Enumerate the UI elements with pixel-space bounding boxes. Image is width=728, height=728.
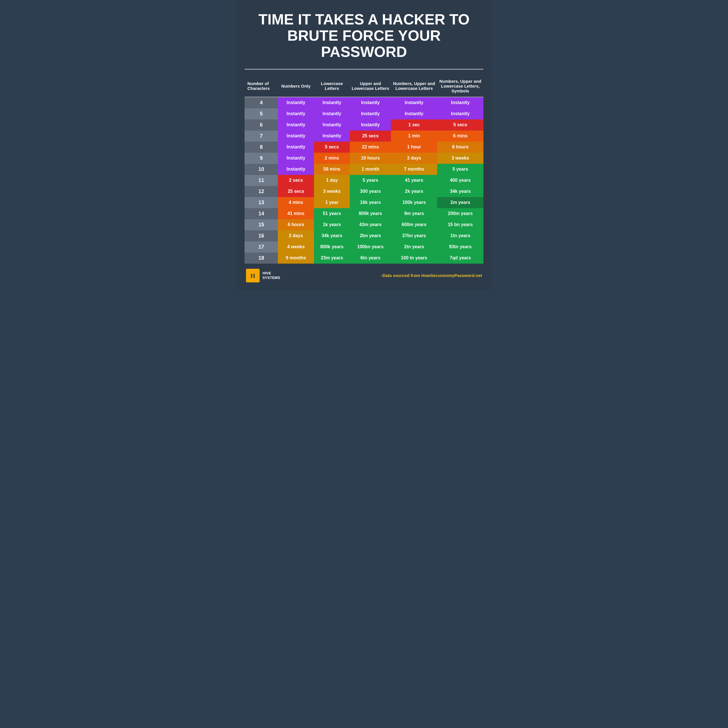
time-cell: 1k years — [314, 219, 350, 230]
time-cell: 41 mins — [278, 208, 314, 219]
col-header-2: Lowercase Letters — [314, 75, 350, 97]
char-count-cell: 10 — [245, 164, 278, 175]
password-table: Number of Characters Numbers Only Lowerc… — [245, 75, 483, 264]
time-cell: 37bn years — [391, 230, 437, 242]
footer: H HIVE SYSTEMS -Data sourced from HowSec… — [245, 264, 483, 284]
table-row: 174 weeks800k years100bn years2tn years9… — [245, 242, 483, 252]
time-cell: Instantly — [391, 97, 437, 109]
time-cell: 9m years — [391, 208, 437, 219]
char-count-cell: 5 — [245, 109, 278, 119]
char-count-cell: 13 — [245, 197, 278, 208]
time-cell: 600m years — [391, 219, 437, 230]
time-cell: Instantly — [391, 109, 437, 119]
char-count-cell: 15 — [245, 219, 278, 230]
time-cell: 100bn years — [350, 242, 391, 252]
time-cell: Instantly — [278, 119, 314, 130]
time-cell: 15 bn years — [437, 219, 483, 230]
col-header-1: Numbers Only — [278, 75, 314, 97]
time-cell: 23m years — [314, 252, 350, 264]
char-count-cell: 6 — [245, 119, 278, 130]
table-row: 7InstantlyInstantly25 secs1 min6 mins — [245, 130, 483, 142]
page-title: TIME IT TAKES A HACKER TO BRUTE FORCE YO… — [245, 9, 483, 66]
table-row: 134 mins1 year16k years100k years2m year… — [245, 197, 483, 208]
table-row: 1225 secs3 weeks300 years2k years34k yea… — [245, 186, 483, 197]
char-count-cell: 11 — [245, 175, 278, 186]
char-count-cell: 16 — [245, 230, 278, 242]
time-cell: 34k years — [314, 230, 350, 242]
time-cell: 16k years — [350, 197, 391, 208]
time-cell: Instantly — [314, 97, 350, 109]
time-cell: 3 weeks — [314, 186, 350, 197]
table-row: 8Instantly5 secs22 mins1 hour8 hours — [245, 142, 483, 153]
time-cell: 93tn years — [437, 242, 483, 252]
time-cell: 1 sec — [391, 119, 437, 130]
table-row: 5InstantlyInstantlyInstantlyInstantlyIns… — [245, 109, 483, 119]
time-cell: 5 years — [350, 175, 391, 186]
source-credit: -Data sourced from HowSecureismyPassword… — [381, 273, 482, 278]
time-cell: Instantly — [278, 130, 314, 142]
time-cell: 200m years — [437, 208, 483, 219]
time-cell: Instantly — [350, 119, 391, 130]
time-cell: Instantly — [278, 153, 314, 164]
time-cell: 5 years — [437, 164, 483, 175]
time-cell: Instantly — [350, 97, 391, 109]
time-cell: 6 mins — [437, 130, 483, 142]
logo-area: H HIVE SYSTEMS — [246, 269, 280, 282]
time-cell: 34k years — [437, 186, 483, 197]
time-cell: 4 weeks — [278, 242, 314, 252]
col-header-3: Upper and Lowercase Letters — [350, 75, 391, 97]
table-row: 6InstantlyInstantlyInstantly1 sec5 secs — [245, 119, 483, 130]
time-cell: 51 years — [314, 208, 350, 219]
time-cell: 2bn years — [350, 230, 391, 242]
char-count-cell: 14 — [245, 208, 278, 219]
col-header-0: Number of Characters — [245, 75, 278, 97]
time-cell: 5 secs — [437, 119, 483, 130]
divider — [245, 69, 483, 70]
main-container: TIME IT TAKES A HACKER TO BRUTE FORCE YO… — [236, 0, 492, 289]
time-cell: 7 months — [391, 164, 437, 175]
char-count-cell: 4 — [245, 97, 278, 109]
col-header-4: Numbers, Upper and Lowercase Letters — [391, 75, 437, 97]
time-cell: 25 secs — [278, 186, 314, 197]
table-row: 1441 mins51 years800k years9m years200m … — [245, 208, 483, 219]
time-cell: 5 secs — [314, 142, 350, 153]
time-cell: 2 mins — [314, 153, 350, 164]
time-cell: Instantly — [350, 109, 391, 119]
time-cell: Instantly — [437, 97, 483, 109]
time-cell: 41 years — [391, 175, 437, 186]
hive-logo-icon: H — [246, 269, 260, 282]
time-cell: 2tn years — [391, 242, 437, 252]
time-cell: 1 hour — [391, 142, 437, 153]
time-cell: 8 hours — [437, 142, 483, 153]
char-count-cell: 12 — [245, 186, 278, 197]
table-row: 156 hours1k years43m years600m years15 b… — [245, 219, 483, 230]
table-row: 189 months23m years6tn years100 tn years… — [245, 252, 483, 264]
time-cell: 100k years — [391, 197, 437, 208]
char-count-cell: 7 — [245, 130, 278, 142]
time-cell: 9 months — [278, 252, 314, 264]
svg-text:H: H — [250, 272, 255, 279]
time-cell: 2k years — [391, 186, 437, 197]
col-header-5: Numbers, Upper and Lowercase Letters, Sy… — [437, 75, 483, 97]
char-count-cell: 18 — [245, 252, 278, 264]
time-cell: Instantly — [278, 109, 314, 119]
time-cell: 22 mins — [350, 142, 391, 153]
time-cell: Instantly — [278, 142, 314, 153]
time-cell: 58 mins — [314, 164, 350, 175]
time-cell: 3 days — [391, 153, 437, 164]
time-cell: 1 year — [314, 197, 350, 208]
time-cell: 6 hours — [278, 219, 314, 230]
time-cell: 25 secs — [350, 130, 391, 142]
time-cell: 100 tn years — [391, 252, 437, 264]
time-cell: 2 days — [278, 230, 314, 242]
time-cell: Instantly — [278, 97, 314, 109]
time-cell: 2m years — [437, 197, 483, 208]
time-cell: Instantly — [314, 119, 350, 130]
time-cell: Instantly — [437, 109, 483, 119]
table-row: 10Instantly58 mins1 month7 months5 years — [245, 164, 483, 175]
time-cell: 2 secs — [278, 175, 314, 186]
time-cell: 1 month — [350, 164, 391, 175]
time-cell: 43m years — [350, 219, 391, 230]
table-row: 4InstantlyInstantlyInstantlyInstantlyIns… — [245, 97, 483, 109]
time-cell: 400 years — [437, 175, 483, 186]
